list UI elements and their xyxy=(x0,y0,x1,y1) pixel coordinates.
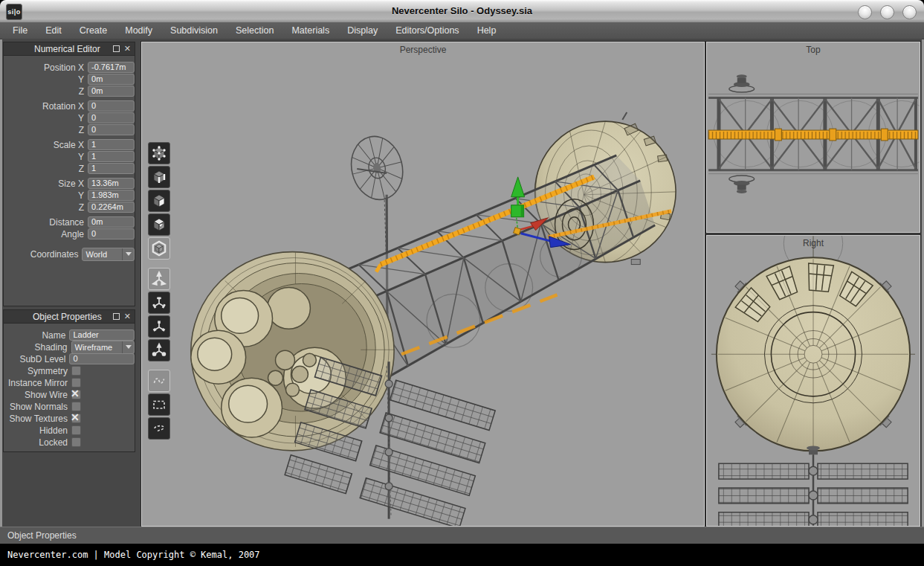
footer-bar: Nevercenter.com | Model Copyright © Kema… xyxy=(0,544,924,566)
instance-mirror-label: Instance Mirror xyxy=(4,378,71,388)
universal-manipulator-icon xyxy=(151,342,167,358)
menu-editors-options[interactable]: Editors/Options xyxy=(387,22,468,39)
numerical-editor-title: Numerical Editor xyxy=(4,44,113,54)
show-textures-checkbox[interactable]: ✕ xyxy=(71,414,81,423)
perspective-viewport[interactable]: Perspective xyxy=(141,42,705,527)
menu-selection[interactable]: Selection xyxy=(227,22,282,39)
z-field[interactable]: 0 xyxy=(88,124,135,135)
object-properties-header[interactable]: Object Properties ✕ xyxy=(4,310,135,324)
move-tool-icon xyxy=(151,271,167,287)
tweak-select-button[interactable] xyxy=(148,370,170,392)
instance-mirror-checkbox[interactable] xyxy=(71,378,81,387)
menu-help[interactable]: Help xyxy=(468,22,505,39)
symmetry-checkbox[interactable] xyxy=(71,366,81,376)
tweak-select-icon xyxy=(151,373,167,389)
panel-close-icon[interactable]: ✕ xyxy=(124,312,131,321)
z-field[interactable]: 0m xyxy=(88,86,135,97)
universal-manipulator-button[interactable] xyxy=(148,339,170,361)
object-properties-panel: Object Properties ✕ NameLadderShadingWir… xyxy=(3,309,135,452)
size-x-field[interactable]: 13.36m xyxy=(88,178,135,189)
vertex-mode-button[interactable] xyxy=(148,142,170,164)
app-window: si|o Nevercenter Silo - Odyssey.sia File… xyxy=(0,0,924,566)
shading-label: Shading xyxy=(4,342,71,353)
object-mode-button[interactable] xyxy=(148,237,170,260)
numerical-editor-header[interactable]: Numerical Editor ✕ xyxy=(4,42,135,56)
menu-create[interactable]: Create xyxy=(71,22,117,39)
z-label: Z xyxy=(4,164,88,174)
shading-dropdown[interactable]: Wireframe xyxy=(71,341,135,354)
top-view-scene[interactable] xyxy=(707,42,920,232)
vertex-mode-icon xyxy=(151,145,167,161)
menu-modify[interactable]: Modify xyxy=(116,22,161,39)
subd-level-field[interactable]: 0 xyxy=(69,353,135,364)
check-x-icon: ✕ xyxy=(71,387,80,399)
position-x-field[interactable]: -0.7617m xyxy=(88,62,135,73)
coordinates-dropdown[interactable]: World xyxy=(82,248,135,261)
rotation-x-field[interactable]: 0 xyxy=(88,100,135,112)
panel-restore-icon[interactable] xyxy=(113,45,120,52)
perspective-viewport-label: Perspective xyxy=(142,45,704,55)
move-tool-button[interactable] xyxy=(148,268,170,290)
viewport-toolbar xyxy=(148,142,170,448)
show-wire-checkbox[interactable]: ✕ xyxy=(71,390,81,399)
right-viewport-label: Right xyxy=(707,238,920,248)
subd-level-label: SubD Level xyxy=(4,354,69,364)
shading-dropdown-value: Wireframe xyxy=(72,343,123,352)
lasso-select-button[interactable] xyxy=(148,417,170,440)
z-label: Z xyxy=(4,125,88,135)
menu-edit[interactable]: Edit xyxy=(36,22,71,39)
z-field[interactable]: 1 xyxy=(88,163,135,174)
title-bar[interactable]: si|o Nevercenter Silo - Odyssey.sia xyxy=(0,0,924,23)
angle-field[interactable]: 0 xyxy=(88,228,135,239)
coordinates-dropdown-value: World xyxy=(83,250,122,259)
size-x-label: Size X xyxy=(4,179,88,189)
z-label: Z xyxy=(4,202,88,213)
name-field[interactable]: Ladder xyxy=(69,329,135,341)
menu-bar: FileEditCreateModifySubdivisionSelection… xyxy=(0,22,924,39)
multiselect-mode-button[interactable] xyxy=(148,213,170,236)
edge-mode-button[interactable] xyxy=(148,166,170,188)
chevron-down-icon xyxy=(122,341,134,353)
rotate-tool-icon xyxy=(151,295,167,311)
y-label: Y xyxy=(4,190,88,201)
hidden-checkbox[interactable] xyxy=(71,425,81,435)
right-viewport[interactable]: Right xyxy=(706,235,920,527)
menu-file[interactable]: File xyxy=(4,22,36,39)
y-field[interactable]: 0 xyxy=(88,112,135,123)
scale-x-field[interactable]: 1 xyxy=(88,139,135,150)
multiselect-mode-icon xyxy=(151,216,167,233)
lasso-select-icon xyxy=(151,420,167,437)
menu-materials[interactable]: Materials xyxy=(282,22,338,39)
symmetry-label: Symmetry xyxy=(4,366,71,376)
face-mode-button[interactable] xyxy=(148,190,170,212)
distance-field[interactable]: 0m xyxy=(88,216,135,228)
y-field[interactable]: 1 xyxy=(88,151,135,162)
edge-mode-icon xyxy=(151,169,167,185)
menu-display[interactable]: Display xyxy=(338,22,387,39)
left-panel-dock: Numerical Editor ✕ Position X-0.7617mY0m… xyxy=(2,39,139,527)
area-select-button[interactable] xyxy=(148,393,170,416)
menu-subdivision[interactable]: Subdivision xyxy=(161,22,227,39)
z-field[interactable]: 0.2264m xyxy=(88,202,135,213)
rotation-x-label: Rotation X xyxy=(4,101,88,112)
scale-tool-button[interactable] xyxy=(148,315,170,338)
panel-restore-icon[interactable] xyxy=(113,313,120,320)
perspective-scene[interactable] xyxy=(142,42,704,526)
close-button[interactable] xyxy=(902,5,917,19)
locked-checkbox[interactable] xyxy=(71,437,81,447)
y-field[interactable]: 1.983m xyxy=(88,190,135,201)
maximize-button[interactable] xyxy=(880,5,894,19)
show-wire-label: Show Wire xyxy=(4,390,71,400)
scale-tool-icon xyxy=(151,318,167,335)
y-field[interactable]: 0m xyxy=(88,74,135,85)
numerical-editor-panel: Numerical Editor ✕ Position X-0.7617mY0m… xyxy=(3,42,135,306)
panel-close-icon[interactable]: ✕ xyxy=(124,45,131,53)
show-normals-checkbox[interactable] xyxy=(71,402,81,411)
right-view-scene[interactable] xyxy=(707,236,920,526)
z-label: Z xyxy=(4,86,88,97)
object-properties-title: Object Properties xyxy=(4,312,113,322)
minimize-button[interactable] xyxy=(858,5,872,19)
hidden-label: Hidden xyxy=(4,425,71,436)
top-viewport[interactable]: Top xyxy=(706,42,920,233)
rotate-tool-button[interactable] xyxy=(148,292,170,314)
